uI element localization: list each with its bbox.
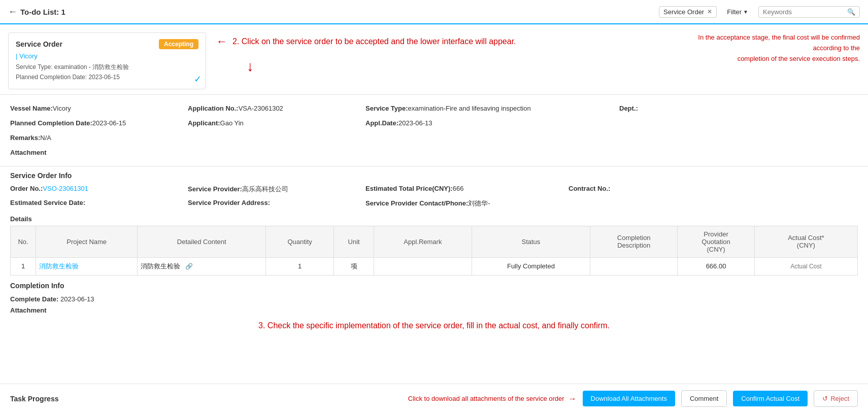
- vessel-name-item: Vessel Name:Vicory: [10, 103, 188, 114]
- planned-date-item: Planned Completion Date:2023-06-15: [10, 118, 188, 128]
- cell-status: Fully Completed: [472, 257, 590, 275]
- order-no-item: Order No.:VSO-23061301: [10, 184, 188, 195]
- order-card-info: Service Type: examination - 消防救生检验 Plann…: [16, 62, 198, 83]
- planned-date-value: 2023-06-15: [92, 119, 126, 127]
- col-status: Status: [472, 226, 590, 257]
- link-icon[interactable]: 🔗: [185, 263, 193, 270]
- provider-label: Service Provider:: [188, 185, 242, 193]
- left-arrow-icon: ←: [216, 35, 227, 48]
- complete-date-value: 2023-06-13: [60, 295, 94, 303]
- est-service-date-item: Estimated Service Date:: [10, 198, 188, 209]
- estimated-price-item: Estimated Total Price(CNY):666: [365, 184, 569, 195]
- annotation-area: ← 2. Click on the service order to be ac…: [216, 32, 860, 78]
- dept-label: Dept.:: [619, 105, 638, 112]
- completion-attachment-label: Attachment: [10, 304, 858, 316]
- cell-completion-desc: [590, 257, 678, 275]
- back-arrow-icon: ←: [8, 7, 17, 17]
- estimated-price-value: 666: [453, 185, 464, 192]
- col-project-name: Project Name: [36, 226, 138, 257]
- remarks-item: Remarks:N/A: [10, 132, 188, 143]
- provider-address-item: Service Provider Address:: [188, 198, 365, 209]
- vessel-name-label: Vessel Name:: [10, 105, 53, 112]
- search-icon[interactable]: 🔍: [847, 8, 855, 16]
- attachment-label: Attachment: [10, 149, 47, 156]
- card-service-type: Service Type: examination - 消防救生检验: [16, 62, 198, 72]
- empty-item-4: [619, 132, 721, 143]
- contract-label: Contract No.:: [569, 185, 610, 192]
- filter-button[interactable]: Filter ▼: [722, 6, 753, 18]
- col-appl-remark: Appl.Remark: [374, 226, 472, 257]
- completion-info-title: Completion Info: [10, 282, 858, 290]
- actual-cost-input[interactable]: [786, 263, 826, 270]
- appl-date-value: 2023-06-13: [398, 119, 432, 127]
- annotation-text-3: 3. Check the specific implementation of …: [258, 321, 610, 330]
- search-input[interactable]: [763, 8, 844, 16]
- footer-spacer: [0, 335, 868, 365]
- bottom-annotation: 3. Check the specific implementation of …: [0, 316, 868, 335]
- cell-project-name[interactable]: 消防救生检验: [36, 257, 138, 275]
- service-order-info-section: Service Order Info Order No.:VSO-2306130…: [0, 166, 868, 276]
- applicant-label: Applicant:: [188, 119, 220, 127]
- download-hint-text: Click to download all attachments of the…: [408, 395, 564, 402]
- right-arrow-icon: →: [569, 394, 577, 403]
- cell-provider-quotation: 666.00: [678, 257, 755, 275]
- provider-item: Service Provider:高乐高科技公司: [188, 184, 365, 195]
- cell-unit: 项: [334, 257, 374, 275]
- order-card-header: Service Order Accepting: [16, 39, 198, 49]
- planned-date-label: Planned Completion Date:: [10, 119, 92, 127]
- remarks-value: N/A: [40, 134, 51, 142]
- completion-section: Completion Info Complete Date: 2023-06-1…: [0, 276, 868, 316]
- provider-address-label: Service Provider Address:: [188, 199, 270, 206]
- complete-date-item: Complete Date: 2023-06-13: [10, 294, 858, 304]
- cell-detailed-content: 消防救生检验 🔗: [138, 257, 266, 275]
- empty-item-2: [188, 132, 365, 143]
- table-row: 1 消防救生检验 消防救生检验 🔗 1 项 Fully Completed 66…: [11, 257, 858, 275]
- search-box: 🔍: [758, 6, 860, 18]
- est-service-date-label: Estimated Service Date:: [10, 199, 85, 206]
- applicant-item: Applicant:Gao Yin: [188, 118, 365, 128]
- provider-contact-label: Service Provider Contact/Phone:: [365, 199, 468, 207]
- application-no-value: VSA-23061302: [239, 105, 283, 112]
- cell-no: 1: [11, 257, 36, 275]
- col-quantity: Quantity: [266, 226, 334, 257]
- service-order-tag-close[interactable]: ✕: [707, 8, 712, 15]
- estimated-price-label: Estimated Total Price(CNY):: [365, 185, 453, 192]
- order-card[interactable]: Service Order Accepting | Vicory Service…: [8, 32, 206, 89]
- service-order-tag-label: Service Order: [663, 8, 704, 16]
- table-header-row: No. Project Name Detailed Content Quanti…: [11, 226, 858, 257]
- contract-item: Contract No.:: [569, 184, 721, 195]
- annotation-text-1: 2. Click on the service order to be acce…: [232, 37, 516, 46]
- application-no-label: Application No.:: [188, 105, 239, 112]
- complete-date-label: Complete Date:: [10, 295, 60, 303]
- download-all-button[interactable]: Download All Attachments: [583, 391, 675, 406]
- card-planned-date: Planned Completion Date: 2023-06-15: [16, 72, 198, 82]
- task-progress-title: Task Progress: [10, 395, 58, 403]
- col-completion-desc: CompletionDescription: [590, 226, 678, 257]
- col-detailed-content: Detailed Content: [138, 226, 266, 257]
- header: ← To-do List: 1 Service Order ✕ Filter ▼…: [0, 0, 868, 24]
- confirm-actual-cost-button[interactable]: Confirm Actual Cost: [733, 391, 808, 406]
- back-button[interactable]: ← To-do List: 1: [8, 7, 65, 17]
- footer-download-hint: Click to download all attachments of the…: [408, 394, 577, 403]
- reject-button[interactable]: ↺ Reject: [814, 390, 858, 407]
- annotation-right-note: In the acceptance stage, the final cost …: [682, 32, 860, 64]
- appl-date-label: Appl.Date:: [365, 119, 398, 127]
- order-card-title: Service Order: [16, 40, 62, 48]
- application-no-item: Application No.:VSA-23061302: [188, 103, 365, 114]
- reject-arrow-icon: ↺: [822, 395, 828, 402]
- reject-label: Reject: [830, 395, 849, 402]
- col-no: No.: [11, 226, 36, 257]
- cell-actual-cost[interactable]: [754, 257, 857, 275]
- provider-contact-item: Service Provider Contact/Phone:刘德华-: [365, 198, 569, 209]
- service-type-label: Service Type:: [365, 105, 408, 112]
- col-actual-cost: Actual Cost*(CNY): [754, 226, 857, 257]
- footer: Task Progress Click to download all atta…: [0, 384, 868, 413]
- appl-date-item: Appl.Date:2023-06-13: [365, 118, 619, 128]
- details-label: Details: [10, 213, 858, 226]
- applicant-value: Gao Yin: [220, 119, 244, 127]
- order-no-value: VSO-23061301: [43, 185, 88, 192]
- remarks-label: Remarks:: [10, 134, 40, 142]
- comment-button[interactable]: Comment: [681, 390, 727, 407]
- empty-info-item: [569, 198, 721, 209]
- col-provider-quotation: ProviderQuotation(CNY): [678, 226, 755, 257]
